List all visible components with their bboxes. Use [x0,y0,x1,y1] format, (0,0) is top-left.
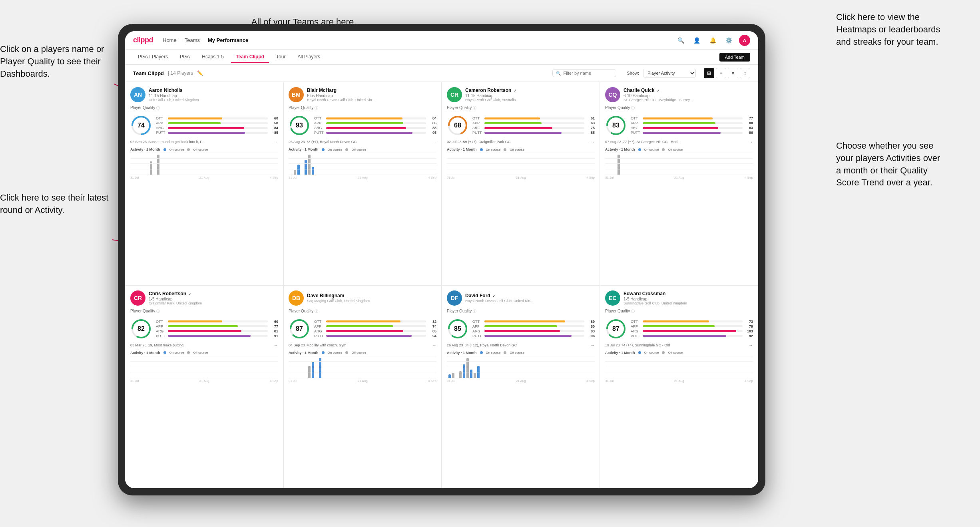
quality-section[interactable]: 68 OTT 61 APP 63 ARG [447,115,595,136]
player-name[interactable]: Blair McHarg [307,88,436,93]
tab-pgat[interactable]: PGAT Players [133,52,173,63]
player-name[interactable]: Charlie Quick ✓ [623,88,753,93]
round-info[interactable]: 07 Aug 23 77 (+7), St George's Hill GC -… [605,139,753,144]
player-name[interactable]: Chris Robertson ✓ [149,291,278,296]
quality-section[interactable]: 87 OTT 73 APP 79 ARG [605,318,753,340]
quality-section[interactable]: 87 OTT 82 APP 74 ARG [289,318,436,340]
player-name[interactable]: David Ford ✓ [465,293,595,298]
add-team-button[interactable]: Add Team [719,53,750,62]
round-info[interactable]: 02 Sep 23 Sunset round to get back into … [130,139,278,144]
off-course-label: Off course [668,148,683,151]
settings-icon[interactable]: ⚙️ [723,35,734,46]
quality-circle[interactable]: 87 [605,318,627,340]
round-info[interactable]: 02 Jul 23 59 (+17), Craigmillar Park GC … [447,139,595,144]
tab-hcaps[interactable]: Hcaps 1-5 [197,52,229,63]
list-view-button[interactable]: ≡ [716,68,726,78]
team-edit-icon[interactable]: ✏️ [197,70,203,76]
stat-value: 83 [744,126,753,130]
player-info: Dave Billingham Sag Maging Golf Club, Un… [307,293,436,303]
stat-bar-bg [643,330,743,332]
round-text: Mobility with coach, Gym [307,343,347,347]
stat-value: 61 [586,116,595,120]
round-info[interactable]: 26 Aug 23 73 (+1), Royal North Devon GC … [289,139,436,144]
stat-row: OTT 84 [314,116,436,120]
avatar[interactable]: A [739,35,750,46]
on-course-legend [163,148,166,151]
quality-circle[interactable]: 87 [289,318,310,340]
player-info: David Ford ✓ Royal North Devon Golf Club… [465,293,595,303]
navbar-link-home[interactable]: Home [163,36,177,45]
tab-team-clippd[interactable]: Team Clippd [231,52,269,63]
quality-section[interactable]: 85 OTT 89 APP 80 ARG [447,318,595,340]
round-arrow-icon[interactable]: → [590,343,595,348]
stat-label: OTT [631,116,641,120]
player-name[interactable]: Dave Billingham [307,293,436,298]
quality-number: 85 [454,325,461,332]
player-name[interactable]: Edward Crossman [623,291,753,296]
player-info: Cameron Robertson ✓ 11-15 Handicap Royal… [465,88,595,102]
navbar-link-performance[interactable]: My Performance [208,36,248,45]
stat-label: OTT [314,320,325,324]
round-info[interactable]: 19 Jul 23 74 (+4), Sunningdale GC - Old … [605,343,753,348]
activity-header: Activity · 1 Month On course Off course [289,147,436,151]
round-info[interactable]: 04 Sep 23 Mobility with coach, Gym → [289,343,436,348]
quality-section[interactable]: 74 OTT 60 APP 58 ARG [130,115,278,136]
quality-circle[interactable]: 85 [447,318,468,340]
on-course-label: On course [328,148,343,151]
quality-section[interactable]: 82 OTT 60 APP 77 ARG [130,318,278,340]
round-arrow-icon[interactable]: → [590,139,595,144]
chart-axis: 31 Jul 21 Aug 4 Sep [130,176,278,179]
off-course-label: Off course [351,148,366,151]
filter-button[interactable]: ▼ [728,68,738,78]
round-info[interactable]: 03 Mar 23 19, Must make putting → [130,343,278,348]
quality-section[interactable]: 83 OTT 77 APP 80 ARG [605,115,753,136]
quality-circle[interactable]: 83 [605,115,627,136]
player-card: BM Blair McHarg Plus Handicap Royal Nort… [283,82,442,285]
round-info[interactable]: 26 Aug 23 84 (+12), Royal North Devon GC… [447,343,595,348]
chart-bar [157,155,159,175]
player-name[interactable]: Cameron Robertson ✓ [465,88,595,93]
stats-list: OTT 89 APP 80 ARG 83 PU [472,320,595,338]
quality-circle[interactable]: 82 [130,318,152,340]
avatar: EC [605,290,620,306]
stat-bar-bg [484,117,584,119]
stat-bar [168,330,241,332]
show-select[interactable]: Player Activity Quality Score Trend [643,69,696,78]
bell-icon[interactable]: 🔔 [707,35,718,46]
grid-view-button[interactable]: ⊞ [704,68,714,78]
tab-tour[interactable]: Tour [271,52,290,63]
off-course-legend [662,351,665,354]
tab-pga[interactable]: PGA [175,52,195,63]
search-icon[interactable]: 🔍 [675,35,686,46]
team-header: Team Clippd | 14 Players ✏️ 🔍 Show: Play… [125,65,758,82]
round-arrow-icon[interactable]: → [749,139,753,144]
sort-button[interactable]: ↕ [740,68,750,78]
quality-circle[interactable]: 93 [289,115,310,136]
navbar-link-teams[interactable]: Teams [185,36,200,45]
round-arrow-icon[interactable]: → [432,139,436,144]
activity-chart [130,356,278,378]
stat-bar [484,320,565,322]
chart-bar [448,374,451,378]
person-icon[interactable]: 👤 [691,35,702,46]
chart-axis: 31 Jul 21 Aug 4 Sep [447,379,595,383]
round-arrow-icon[interactable]: → [274,139,278,144]
axis-label-1: 31 Jul [289,379,297,383]
player-name[interactable]: Aaron Nicholls [149,88,278,93]
ipad-screen: clippd Home Teams My Performance 🔍 👤 🔔 ⚙… [125,31,758,488]
stat-bar-bg [484,320,584,322]
quality-circle[interactable]: 74 [130,115,152,136]
round-date: 04 Sep 23 [289,343,305,347]
round-arrow-icon[interactable]: → [749,343,753,348]
round-arrow-icon[interactable]: → [274,343,278,348]
search-input[interactable] [563,71,613,76]
round-arrow-icon[interactable]: → [432,343,436,348]
quality-circle[interactable]: 68 [447,115,468,136]
stat-row: ARG 84 [156,126,278,130]
tab-all-players[interactable]: All Players [293,52,325,63]
stat-bar [643,132,721,134]
stat-bar-bg [326,122,426,124]
quality-section[interactable]: 93 OTT 84 APP 85 ARG [289,115,436,136]
team-search[interactable]: 🔍 [552,69,616,77]
view-icons: ⊞ ≡ ▼ ↕ [704,68,750,78]
